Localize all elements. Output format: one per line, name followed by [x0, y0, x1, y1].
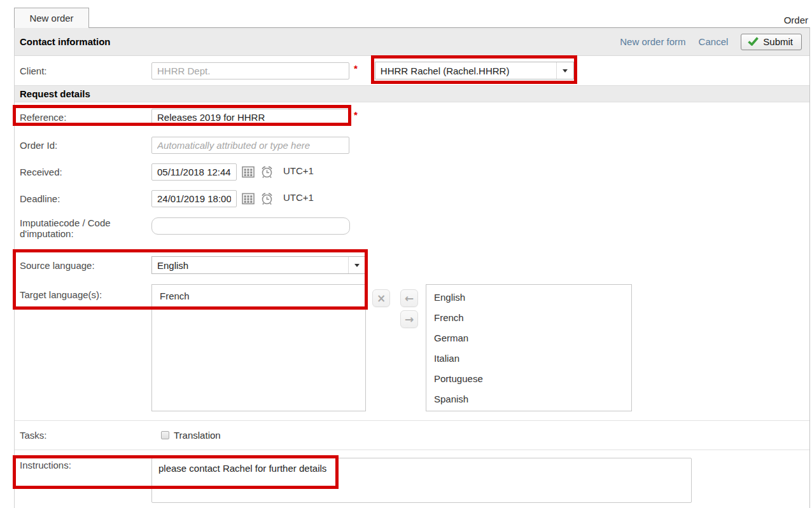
chevron-down-icon [354, 264, 360, 267]
contact-select-value: HHRR Rachel (Rachel.HHRR) [375, 65, 556, 76]
reference-row: Reference: * [15, 102, 809, 132]
calendar-icon [242, 193, 255, 205]
submit-button-label: Submit [763, 36, 793, 47]
deadline-label: Deadline: [20, 193, 151, 204]
source-language-arrow[interactable] [348, 257, 365, 273]
request-details-header-bar: Request details [15, 85, 809, 102]
submit-button[interactable]: Submit [741, 34, 802, 50]
order-form-panel: Contact information New order form Cance… [14, 27, 810, 508]
alarm-clock-icon [260, 192, 274, 205]
target-languages-listbox[interactable]: French [151, 284, 366, 411]
alarm-clock-icon [260, 165, 274, 179]
x-icon: × [377, 292, 386, 305]
deadline-time-button[interactable] [260, 192, 274, 205]
received-input[interactable] [151, 163, 237, 181]
chevron-down-icon [563, 69, 568, 72]
received-label: Received: [20, 167, 151, 177]
client-label: Client: [20, 65, 151, 76]
client-row: Client: * HHRR Rachel (Rachel.HHRR) [15, 56, 809, 85]
order-id-row: Order Id: [15, 132, 809, 158]
move-left-button[interactable]: ← [400, 289, 418, 307]
contact-information-header-bar: Contact information New order form Cance… [15, 28, 809, 56]
deadline-timezone: UTC+1 [283, 192, 314, 203]
reference-input[interactable] [151, 109, 349, 126]
translation-checkbox[interactable] [161, 431, 169, 439]
contact-select-arrow[interactable] [556, 62, 573, 79]
language-option-german[interactable]: German [426, 328, 631, 348]
received-timezone: UTC+1 [283, 165, 314, 176]
client-required-asterisk: * [354, 63, 358, 74]
instructions-row: Instructions: please contact Rachel for … [15, 450, 809, 508]
translation-checkbox-label: Translation [174, 430, 221, 441]
left-arrow-icon: ← [405, 292, 414, 305]
deadline-row: Deadline: UTC+1 [15, 185, 809, 212]
imputation-code-row: Imputatiecode / Code d'imputation: [15, 212, 809, 249]
deadline-input[interactable] [151, 190, 237, 207]
language-option-french[interactable]: French [426, 308, 631, 328]
move-right-button[interactable]: → [400, 310, 418, 328]
language-option-english[interactable]: English [426, 287, 631, 308]
source-language-row: Source language: English [15, 249, 809, 282]
contact-information-title: Contact information [20, 36, 111, 47]
order-corner-label: Order [784, 15, 808, 25]
source-language-select[interactable]: English [151, 256, 366, 274]
received-row: Received: UTC+1 [15, 158, 809, 185]
new-order-tab[interactable]: New order [14, 8, 89, 28]
new-order-form-link[interactable]: New order form [620, 36, 685, 47]
check-icon [748, 37, 759, 46]
target-language-item[interactable]: French [152, 287, 365, 305]
imputation-code-label: Imputatiecode / Code d'imputation: [20, 217, 151, 239]
received-time-button[interactable] [260, 165, 274, 179]
order-id-label: Order Id: [20, 140, 151, 151]
tasks-row: Tasks: Translation [15, 420, 809, 450]
contact-select[interactable]: HHRR Rachel (Rachel.HHRR) [375, 62, 574, 79]
right-arrow-icon: → [405, 313, 414, 326]
cancel-link[interactable]: Cancel [699, 36, 729, 47]
target-languages-row: Target language(s): French × ← → English… [15, 282, 809, 420]
calendar-icon [242, 166, 255, 178]
deadline-calendar-button[interactable] [242, 193, 255, 205]
instructions-label: Instructions: [20, 450, 151, 470]
language-option-spanish[interactable]: Spanish [426, 389, 631, 409]
tasks-label: Tasks: [20, 430, 151, 441]
target-languages-label: Target language(s): [20, 282, 151, 300]
source-language-label: Source language: [20, 260, 151, 271]
language-transfer-controls: × ← → [366, 289, 426, 328]
reference-label: Reference: [20, 112, 151, 123]
order-id-input[interactable] [151, 137, 349, 154]
client-input[interactable] [151, 62, 349, 79]
received-calendar-button[interactable] [242, 166, 255, 178]
instructions-textarea[interactable]: please contact Rachel for further detail… [151, 458, 692, 503]
new-order-tab-label: New order [29, 13, 73, 24]
language-option-italian[interactable]: Italian [426, 348, 631, 369]
imputation-code-input[interactable] [151, 217, 350, 235]
language-option-portuguese[interactable]: Portuguese [426, 369, 631, 389]
reference-required-asterisk: * [354, 109, 358, 120]
available-languages-listbox[interactable]: English French German Italian Portuguese… [426, 284, 632, 411]
request-details-title: Request details [20, 88, 90, 99]
remove-language-button[interactable]: × [372, 289, 390, 307]
source-language-value: English [152, 260, 348, 271]
